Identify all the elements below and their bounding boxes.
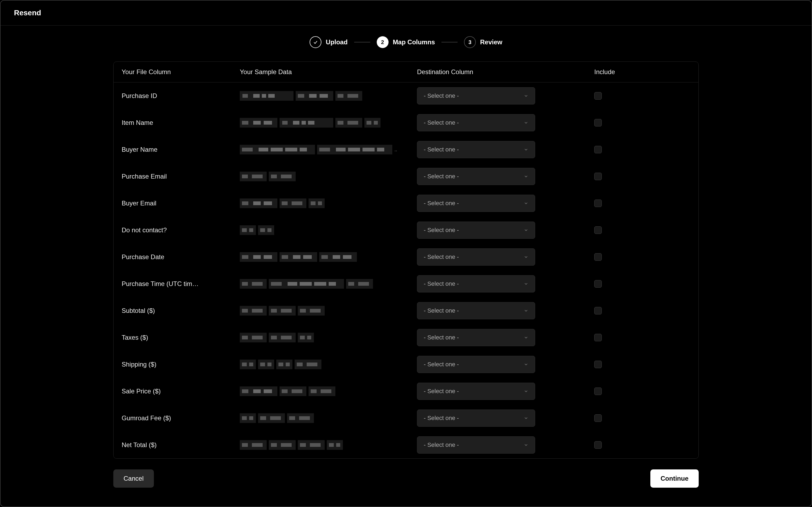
include-checkbox[interactable] bbox=[594, 414, 602, 422]
modal-title: Resend bbox=[14, 9, 798, 17]
step-review: 3 Review bbox=[464, 36, 503, 48]
select-placeholder: - Select one - bbox=[424, 442, 459, 448]
destination-select[interactable]: - Select one - bbox=[417, 436, 535, 454]
sample-data-cell bbox=[240, 359, 417, 369]
step-upload: Upload bbox=[309, 36, 347, 48]
cancel-button[interactable]: Cancel bbox=[113, 469, 154, 488]
header-include: Include bbox=[594, 68, 690, 76]
redacted-sample bbox=[240, 306, 267, 316]
redacted-sample bbox=[258, 225, 274, 235]
file-column-name: Purchase Date bbox=[122, 253, 240, 261]
sample-data-cell bbox=[240, 279, 417, 289]
destination-select[interactable]: - Select one - bbox=[417, 302, 535, 319]
destination-cell: - Select one - bbox=[417, 383, 594, 400]
destination-cell: - Select one - bbox=[417, 195, 594, 212]
chevron-down-icon bbox=[524, 201, 528, 206]
sample-data-cell bbox=[240, 172, 417, 181]
destination-select[interactable]: - Select one - bbox=[417, 168, 535, 185]
redacted-sample bbox=[298, 306, 325, 316]
file-column-name: Buyer Email bbox=[122, 200, 240, 207]
table-row: Purchase ID- Select one - bbox=[114, 82, 698, 109]
include-cell bbox=[594, 92, 690, 100]
select-placeholder: - Select one - bbox=[424, 415, 459, 421]
sample-data-cell bbox=[240, 199, 417, 208]
destination-cell: - Select one - bbox=[417, 436, 594, 454]
chevron-down-icon bbox=[524, 443, 528, 447]
destination-select[interactable]: - Select one - bbox=[417, 329, 535, 346]
redacted-sample bbox=[269, 172, 296, 181]
include-checkbox[interactable] bbox=[594, 226, 602, 234]
header-destination: Destination Column bbox=[417, 68, 594, 76]
redacted-sample bbox=[295, 359, 322, 369]
chevron-down-icon bbox=[524, 228, 528, 233]
chevron-down-icon bbox=[524, 120, 528, 125]
select-placeholder: - Select one - bbox=[424, 146, 459, 153]
select-placeholder: - Select one - bbox=[424, 334, 459, 341]
destination-select[interactable]: - Select one - bbox=[417, 114, 535, 131]
destination-select[interactable]: - Select one - bbox=[417, 195, 535, 212]
redacted-sample bbox=[240, 386, 277, 396]
redacted-sample bbox=[346, 279, 373, 289]
destination-cell: - Select one - bbox=[417, 141, 594, 158]
destination-select[interactable]: - Select one - bbox=[417, 383, 535, 400]
redacted-sample bbox=[317, 145, 392, 154]
redacted-sample bbox=[240, 145, 315, 154]
include-checkbox[interactable] bbox=[594, 280, 602, 288]
include-checkbox[interactable] bbox=[594, 334, 602, 341]
destination-select[interactable]: - Select one - bbox=[417, 275, 535, 292]
destination-select[interactable]: - Select one - bbox=[417, 356, 535, 373]
chevron-down-icon bbox=[524, 308, 528, 313]
sample-data-cell bbox=[240, 386, 417, 396]
include-checkbox[interactable] bbox=[594, 361, 602, 368]
table-row: Do not contact?- Select one - bbox=[114, 217, 698, 243]
continue-button[interactable]: Continue bbox=[650, 469, 699, 488]
include-checkbox[interactable] bbox=[594, 388, 602, 395]
step-label: Review bbox=[480, 39, 503, 46]
include-cell bbox=[594, 253, 690, 261]
include-checkbox[interactable] bbox=[594, 307, 602, 315]
destination-select[interactable]: - Select one - bbox=[417, 409, 535, 427]
include-checkbox[interactable] bbox=[594, 173, 602, 180]
include-cell bbox=[594, 307, 690, 315]
destination-cell: - Select one - bbox=[417, 248, 594, 266]
include-checkbox[interactable] bbox=[594, 253, 602, 261]
include-cell bbox=[594, 414, 690, 422]
include-checkbox[interactable] bbox=[594, 200, 602, 207]
include-cell bbox=[594, 119, 690, 126]
header-sample-data: Your Sample Data bbox=[240, 68, 417, 76]
include-checkbox[interactable] bbox=[594, 92, 602, 100]
include-cell bbox=[594, 441, 690, 449]
include-cell bbox=[594, 388, 690, 395]
table-row: Purchase Time (UTC tim…- Select one - bbox=[114, 270, 698, 297]
table-row: Purchase Email- Select one - bbox=[114, 163, 698, 190]
select-placeholder: - Select one - bbox=[424, 227, 459, 234]
chevron-down-icon bbox=[524, 416, 528, 420]
modal-window: Resend Upload 2 Map Columns 3 Review bbox=[0, 0, 812, 507]
file-column-name: Buyer Name bbox=[122, 146, 240, 153]
destination-select[interactable]: - Select one - bbox=[417, 248, 535, 266]
destination-select[interactable]: - Select one - bbox=[417, 222, 535, 239]
include-checkbox[interactable] bbox=[594, 441, 602, 449]
redacted-sample bbox=[240, 440, 267, 450]
table-row: Shipping ($)- Select one - bbox=[114, 351, 698, 378]
redacted-sample bbox=[276, 359, 292, 369]
redacted-sample bbox=[296, 91, 333, 101]
sample-data-cell: .. bbox=[240, 145, 417, 154]
table-row: Gumroad Fee ($)- Select one - bbox=[114, 405, 698, 432]
step-circle-pending: 3 bbox=[464, 36, 476, 48]
include-checkbox[interactable] bbox=[594, 119, 602, 126]
file-column-name: Taxes ($) bbox=[122, 334, 240, 341]
step-connector bbox=[354, 42, 370, 43]
include-cell bbox=[594, 146, 690, 153]
redacted-sample bbox=[240, 333, 267, 342]
sample-data-cell bbox=[240, 333, 417, 342]
chevron-down-icon bbox=[524, 362, 528, 367]
stepper: Upload 2 Map Columns 3 Review bbox=[309, 36, 502, 48]
include-cell bbox=[594, 226, 690, 234]
select-placeholder: - Select one - bbox=[424, 173, 459, 180]
include-checkbox[interactable] bbox=[594, 146, 602, 153]
redacted-sample bbox=[280, 386, 306, 396]
destination-select[interactable]: - Select one - bbox=[417, 87, 535, 105]
table-row: Item Name- Select one - bbox=[114, 109, 698, 136]
destination-select[interactable]: - Select one - bbox=[417, 141, 535, 158]
